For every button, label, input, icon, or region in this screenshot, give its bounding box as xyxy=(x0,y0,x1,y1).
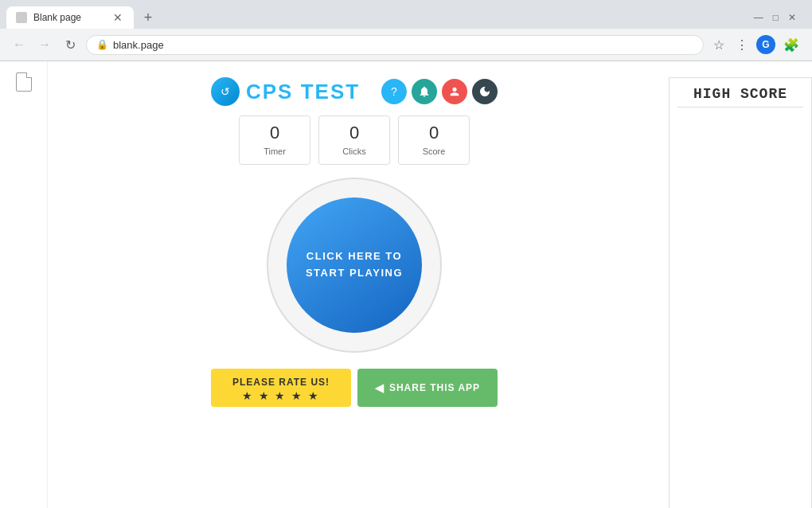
maximize-button[interactable]: □ xyxy=(770,10,782,25)
lock-icon: 🔒 xyxy=(96,39,108,50)
tab-title: Blank page xyxy=(33,12,105,23)
score-label: Score xyxy=(423,147,446,156)
minimize-button[interactable]: — xyxy=(751,10,767,25)
tab-favicon xyxy=(16,12,27,23)
forward-button[interactable]: → xyxy=(35,35,54,54)
close-button[interactable]: ✕ xyxy=(785,10,799,25)
share-btn-text: SHARE THIS APP xyxy=(389,382,480,393)
action-row: PLEASE RATE US! ★ ★ ★ ★ ★ ◀ SHARE THIS A… xyxy=(211,369,498,407)
score-stat: 0 Score xyxy=(398,115,470,165)
timer-stat: 0 Timer xyxy=(239,115,310,165)
clicks-label: Clicks xyxy=(342,147,365,156)
tab-close-button[interactable]: ✕ xyxy=(111,11,124,24)
rate-us-button[interactable]: PLEASE RATE US! ★ ★ ★ ★ ★ xyxy=(211,369,351,407)
page-content: ↺ CPS TEST ? xyxy=(0,61,812,508)
new-tab-button[interactable]: + xyxy=(137,6,159,29)
sidebar-doc-icon xyxy=(16,72,32,92)
bookmark-icon[interactable]: ☆ xyxy=(710,34,728,56)
app-header: ↺ CPS TEST ? xyxy=(211,77,498,106)
timer-label: Timer xyxy=(264,147,286,156)
help-icon-button[interactable]: ? xyxy=(381,79,407,104)
address-bar: ← → ↻ 🔒 blank.page ☆ ⋮ G 🧩 xyxy=(0,29,812,61)
account-icon-button[interactable] xyxy=(442,79,467,104)
address-bar-right: ☆ ⋮ G 🧩 xyxy=(710,34,802,56)
profile-icon[interactable]: G xyxy=(756,35,775,54)
url-text: blank.page xyxy=(113,39,164,51)
timer-value: 0 xyxy=(256,123,294,143)
high-score-panel: HIGH SCORE xyxy=(669,77,812,508)
start-click-button[interactable]: CLICK HERE TO START PLAYING xyxy=(287,197,422,333)
back-button[interactable]: ← xyxy=(10,35,29,54)
url-bar[interactable]: 🔒 blank.page xyxy=(86,35,704,55)
app-logo-icon: ↺ xyxy=(211,77,240,106)
high-score-title: HIGH SCORE xyxy=(677,86,803,107)
app-logo-area: ↺ CPS TEST xyxy=(211,77,360,106)
score-value: 0 xyxy=(415,123,453,143)
tab-bar: Blank page ✕ + — □ ✕ xyxy=(0,0,812,29)
active-tab[interactable]: Blank page ✕ xyxy=(6,6,134,29)
share-icon: ◀ xyxy=(375,381,385,394)
browser-chrome: Blank page ✕ + — □ ✕ ← → ↻ 🔒 blank.page … xyxy=(0,0,812,61)
reload-button[interactable]: ↻ xyxy=(61,35,80,54)
tab-bar-controls: — □ ✕ xyxy=(751,10,806,25)
click-area-outer: CLICK HERE TO START PLAYING xyxy=(267,178,442,353)
rate-stars: ★ ★ ★ ★ ★ xyxy=(217,389,345,402)
share-app-button[interactable]: ◀ SHARE THIS APP xyxy=(357,369,498,407)
app-title: CPS TEST xyxy=(246,80,360,104)
app-inner: ↺ CPS TEST ? xyxy=(211,77,498,407)
clicks-stat: 0 Clicks xyxy=(318,115,390,165)
app-container: ↺ CPS TEST ? xyxy=(48,61,661,508)
star-icon[interactable]: ⋮ xyxy=(732,34,751,56)
theme-icon-button[interactable] xyxy=(472,79,498,104)
notifications-icon-button[interactable] xyxy=(412,79,437,104)
rate-btn-text: PLEASE RATE US! xyxy=(217,377,345,388)
click-btn-line2: START PLAYING xyxy=(306,265,403,282)
clicks-value: 0 xyxy=(335,123,373,143)
header-icons: ? xyxy=(381,79,498,104)
stats-row: 0 Timer 0 Clicks 0 Score xyxy=(239,115,470,165)
sidebar xyxy=(0,61,48,508)
click-btn-line1: CLICK HERE TO xyxy=(306,248,402,265)
extensions-icon[interactable]: 🧩 xyxy=(780,34,802,56)
